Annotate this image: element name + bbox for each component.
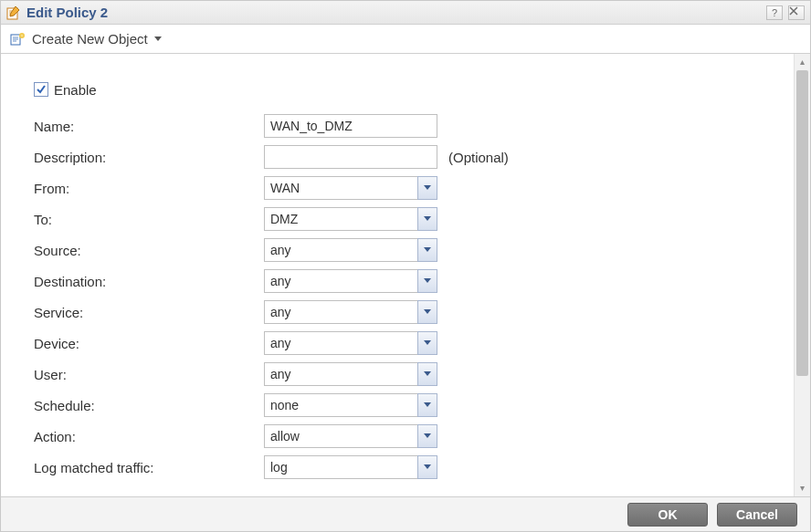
from-label: From: — [28, 181, 264, 196]
name-input[interactable] — [264, 114, 437, 138]
source-combo[interactable]: any — [264, 238, 437, 262]
service-combo[interactable]: any — [264, 300, 437, 324]
scroll-down-icon[interactable]: ▾ — [795, 480, 810, 496]
toolbar: Create New Object — [1, 25, 810, 54]
description-label: Description: — [28, 150, 264, 165]
service-label: Service: — [28, 305, 264, 320]
chevron-down-icon[interactable] — [417, 455, 437, 479]
device-label: Device: — [28, 336, 264, 351]
scroll-up-icon[interactable]: ▴ — [795, 54, 810, 70]
action-label: Action: — [28, 429, 264, 444]
title-bar: Edit Policy 2 ? — [1, 1, 810, 25]
name-label: Name: — [28, 119, 264, 134]
schedule-label: Schedule: — [28, 398, 264, 413]
user-label: User: — [28, 367, 264, 382]
source-value[interactable]: any — [264, 238, 417, 262]
schedule-value[interactable]: none — [264, 393, 417, 417]
source-label: Source: — [28, 243, 264, 258]
dialog-footer: OK Cancel — [1, 496, 810, 531]
help-button[interactable]: ? — [766, 5, 783, 20]
cancel-button[interactable]: Cancel — [717, 503, 797, 527]
action-combo[interactable]: allow — [264, 424, 437, 448]
device-value[interactable]: any — [264, 331, 417, 355]
schedule-combo[interactable]: none — [264, 393, 437, 417]
dropdown-caret-icon[interactable] — [153, 36, 163, 43]
description-input[interactable] — [264, 145, 437, 169]
chevron-down-icon[interactable] — [417, 393, 437, 417]
destination-combo[interactable]: any — [264, 269, 437, 293]
chevron-down-icon[interactable] — [417, 238, 437, 262]
dialog-title: Edit Policy 2 — [26, 5, 761, 20]
to-combo[interactable]: DMZ — [264, 207, 437, 231]
from-value[interactable]: WAN — [264, 176, 417, 200]
content-area: Enable Name: Description: (Optional) Fro… — [1, 54, 810, 496]
create-new-object-button[interactable]: Create New Object — [32, 31, 148, 47]
service-value[interactable]: any — [264, 300, 417, 324]
log-combo[interactable]: log — [264, 455, 437, 479]
to-label: To: — [28, 212, 264, 227]
scroll-thumb[interactable] — [796, 70, 808, 376]
chevron-down-icon[interactable] — [417, 424, 437, 448]
action-value[interactable]: allow — [264, 424, 417, 448]
vertical-scrollbar[interactable]: ▴ ▾ — [794, 54, 810, 496]
from-combo[interactable]: WAN — [264, 176, 437, 200]
log-label: Log matched traffic: — [28, 460, 264, 475]
chevron-down-icon[interactable] — [417, 362, 437, 386]
optional-hint: (Optional) — [448, 150, 509, 165]
chevron-down-icon[interactable] — [417, 331, 437, 355]
chevron-down-icon[interactable] — [417, 207, 437, 231]
form: Enable Name: Description: (Optional) Fro… — [1, 54, 794, 496]
enable-checkbox[interactable] — [34, 82, 48, 97]
user-combo[interactable]: any — [264, 362, 437, 386]
chevron-down-icon[interactable] — [417, 176, 437, 200]
chevron-down-icon[interactable] — [417, 300, 437, 324]
device-combo[interactable]: any — [264, 331, 437, 355]
new-object-icon — [10, 32, 26, 47]
destination-value[interactable]: any — [264, 269, 417, 293]
dialog-window: Edit Policy 2 ? Create New Object — [0, 0, 811, 532]
chevron-down-icon[interactable] — [417, 269, 437, 293]
ok-button[interactable]: OK — [627, 503, 708, 527]
destination-label: Destination: — [28, 274, 264, 289]
edit-policy-icon — [6, 5, 21, 20]
to-value[interactable]: DMZ — [264, 207, 417, 231]
user-value[interactable]: any — [264, 362, 417, 386]
close-button[interactable] — [788, 5, 805, 20]
enable-label: Enable — [54, 82, 97, 98]
log-value[interactable]: log — [264, 455, 417, 479]
